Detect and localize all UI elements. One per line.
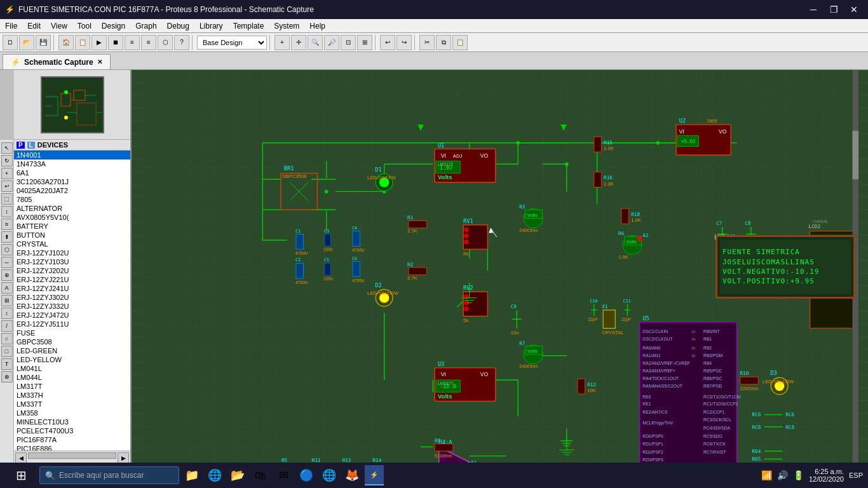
menu-view[interactable]: View <box>46 19 72 33</box>
marker-tool[interactable]: ⊕ <box>1 371 13 383</box>
select-tool[interactable]: ↖ <box>1 142 13 154</box>
tray-battery-icon[interactable]: 🔋 <box>793 470 804 480</box>
taskbar-app1[interactable]: 🔵 <box>296 465 316 485</box>
wire-tool[interactable]: ─ <box>1 257 13 268</box>
taskbar-file-explorer[interactable]: 📁 <box>182 465 202 485</box>
l-mode-badge[interactable]: L <box>27 142 35 149</box>
taskbar-store[interactable]: 🛍 <box>250 465 271 485</box>
text-tool[interactable]: T <box>1 358 13 370</box>
device-item-lm317[interactable]: LM317T <box>14 382 130 391</box>
device-item-1n4733a[interactable]: 1N4733A <box>14 159 130 168</box>
device-item-04025[interactable]: 04025A220JAT2 <box>14 186 130 195</box>
label-tool[interactable]: A <box>1 282 13 294</box>
schematic-canvas[interactable]: BR1 GBPC3508 U1 VI VO ADJ Volts 1.07 LM3… <box>132 70 868 465</box>
device-item-lm044[interactable]: LM044L <box>14 373 130 382</box>
menu-design[interactable]: Design <box>97 19 130 33</box>
tb-lt7[interactable]: ≡ <box>1 219 13 230</box>
device-item-3c[interactable]: 3C12063A2701J <box>14 177 130 186</box>
taskbar-chrome[interactable]: 🌐 <box>319 465 339 485</box>
new-button[interactable]: 🗋 <box>3 35 18 50</box>
junction-tool[interactable]: ⊕ <box>1 269 13 281</box>
taskbar-proteus[interactable]: ⚡ <box>365 465 384 485</box>
minimize-button[interactable]: ─ <box>804 3 822 16</box>
design-dropdown[interactable]: Base Design <box>197 36 267 50</box>
menu-debug[interactable]: Debug <box>162 19 194 33</box>
device-item-battery[interactable]: BATTERY <box>14 222 130 231</box>
device-item-mine[interactable]: MINELECT10U3 <box>14 417 130 426</box>
tb-cross[interactable]: ✛ <box>291 35 306 50</box>
device-item-pcel[interactable]: PCELECT4700U3 <box>14 426 130 435</box>
device-item-7805[interactable]: 7805 <box>14 195 130 204</box>
tb-btn7[interactable]: ⬡ <box>158 35 173 50</box>
device-item-erj302[interactable]: ERJ-12ZYJ302U <box>14 293 130 302</box>
component-tool[interactable]: ⬡ <box>1 244 13 255</box>
device-item-6a1[interactable]: 6A1 <box>14 168 130 177</box>
device-item-erj221[interactable]: ERJ-12ZYJ221U <box>14 275 130 284</box>
device-item-erj511[interactable]: ERJ-12ZYJ511U <box>14 320 130 329</box>
menu-edit[interactable]: Edit <box>22 19 46 33</box>
tb-zoom-out[interactable]: 🔎 <box>324 35 339 50</box>
clock-area[interactable]: 6:25 a.m. 12/02/2020 <box>809 468 844 483</box>
device-item-alt[interactable]: ALTERNATOR <box>14 204 130 213</box>
close-button[interactable]: ✕ <box>845 3 863 16</box>
device-item-lm041[interactable]: LM041L <box>14 364 130 373</box>
help-tb-btn[interactable]: ? <box>174 35 189 50</box>
line-tool[interactable]: / <box>1 320 13 332</box>
tb-undo[interactable]: ↩ <box>380 35 395 50</box>
device-item-erj102[interactable]: ERJ-12ZYJ102U <box>14 248 130 257</box>
tb-btn2[interactable]: 📋 <box>75 35 90 50</box>
power-tool[interactable]: ↕ <box>1 308 13 319</box>
rotate-tool[interactable]: ↻ <box>1 155 13 166</box>
device-item-fuse[interactable]: FUSE <box>14 329 130 337</box>
taskbar-edge[interactable]: 🌐 <box>205 465 225 485</box>
tb-cut[interactable]: ✂ <box>419 35 435 50</box>
save-button[interactable]: 💾 <box>36 35 51 50</box>
tb-btn5[interactable]: ≡ <box>125 35 140 50</box>
taskbar-mail[interactable]: ✉ <box>273 465 294 485</box>
tb-redo[interactable]: ↪ <box>397 35 412 50</box>
menu-system[interactable]: System <box>269 19 304 33</box>
p-mode-badge[interactable]: P <box>17 142 25 149</box>
menu-tool[interactable]: Tool <box>72 19 97 33</box>
device-item-erj202[interactable]: ERJ-12ZYJ202U <box>14 266 130 275</box>
tb-lt8[interactable]: ⬆ <box>1 231 13 243</box>
tray-network-icon[interactable]: 📶 <box>761 470 772 480</box>
device-item-avx[interactable]: AVX0805Y5V10( <box>14 213 130 222</box>
tb-lt5[interactable]: ⬚ <box>1 193 13 205</box>
start-button[interactable]: ⊞ <box>5 465 37 485</box>
circle-tool[interactable]: ○ <box>1 333 13 344</box>
tb-btn3[interactable]: ▶ <box>92 35 107 50</box>
move-tool[interactable]: + <box>1 168 13 179</box>
device-item-lm337h[interactable]: LM337H <box>14 391 130 400</box>
rect-tool[interactable]: □ <box>1 346 13 357</box>
device-item-pic886[interactable]: PIC16F886 <box>14 444 130 451</box>
menu-library[interactable]: Library <box>194 19 228 33</box>
open-button[interactable]: 📂 <box>19 35 34 50</box>
device-item-erj103[interactable]: ERJ-12ZYJ103U <box>14 257 130 266</box>
restore-button[interactable]: ❐ <box>825 3 843 16</box>
tb-plus[interactable]: + <box>275 35 290 50</box>
bus-tool[interactable]: ⊞ <box>1 295 13 306</box>
menu-file[interactable]: File <box>0 19 22 33</box>
menu-graph[interactable]: Graph <box>130 19 161 33</box>
device-item-lm358[interactable]: LM358 <box>14 409 130 417</box>
scrollbar-track[interactable] <box>28 452 116 459</box>
tb-lt6[interactable]: ↕ <box>1 206 13 217</box>
print-button[interactable]: 🏠 <box>58 35 74 50</box>
tb-btn4[interactable]: ⏹ <box>108 35 123 50</box>
device-item-1n4001[interactable]: 1N4001 <box>14 151 130 159</box>
language-indicator[interactable]: ESP <box>849 471 863 479</box>
device-item-pic877[interactable]: PIC16F877A <box>14 435 130 444</box>
device-item-crystal[interactable]: CRYSTAL <box>14 240 130 248</box>
tray-sound-icon[interactable]: 🔊 <box>777 470 788 480</box>
undo-tool[interactable]: ↩ <box>1 180 13 192</box>
device-item-lm337t[interactable]: LM337T <box>14 400 130 409</box>
tb-copy[interactable]: ⧉ <box>436 35 451 50</box>
tb-zoom-in[interactable]: 🔍 <box>308 35 323 50</box>
taskbar-files[interactable]: 📂 <box>227 465 248 485</box>
tb-area[interactable]: ⊞ <box>357 35 372 50</box>
device-item-erj241[interactable]: ERJ-12ZYJ241U <box>14 284 130 293</box>
tb-paste[interactable]: 📋 <box>452 35 468 50</box>
device-item-led-yellow[interactable]: LED-YELLOW <box>14 355 130 364</box>
tab-close-icon[interactable]: ✕ <box>97 58 102 65</box>
